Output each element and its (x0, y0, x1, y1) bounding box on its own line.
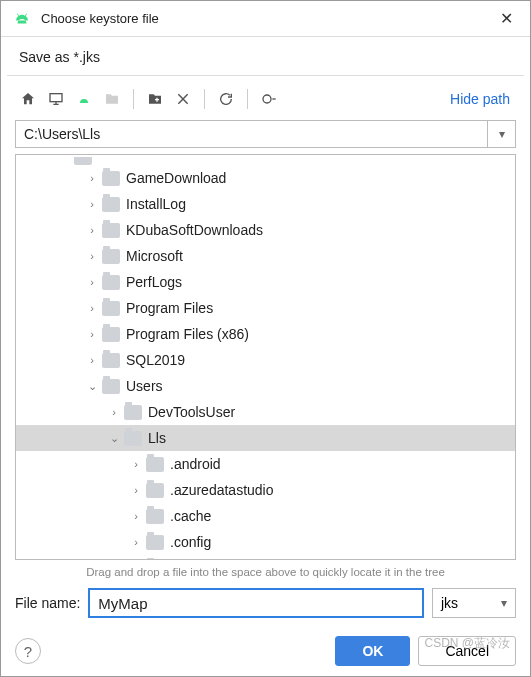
help-button[interactable]: ? (15, 638, 41, 664)
filename-input[interactable] (88, 588, 424, 618)
tree-row[interactable]: ›.gradle (16, 555, 515, 560)
chevron-right-icon[interactable]: › (84, 276, 100, 288)
new-folder-icon[interactable] (142, 86, 168, 112)
tree-item-label: Program Files (x86) (126, 326, 249, 342)
chevron-right-icon[interactable]: › (84, 328, 100, 340)
tree-row[interactable]: ⌄Lls (16, 425, 515, 451)
svg-rect-0 (50, 94, 62, 102)
folder-icon (146, 509, 164, 524)
tree-row[interactable]: ›PerfLogs (16, 269, 515, 295)
close-icon[interactable]: ✕ (490, 9, 522, 28)
folder-icon (146, 483, 164, 498)
tree-item-label: .config (170, 534, 211, 550)
chevron-down-icon[interactable]: ⌄ (84, 380, 100, 393)
path-combo[interactable]: C:\Users\Lls ▾ (15, 120, 516, 148)
tree-item-label: SQL2019 (126, 352, 185, 368)
tree-item-label: PerfLogs (126, 274, 182, 290)
extension-combo[interactable]: jks ▾ (432, 588, 516, 618)
tree-item-label: .android (170, 456, 221, 472)
tree-row[interactable]: ›InstallLog (16, 191, 515, 217)
tree-item-label: DevToolsUser (148, 404, 235, 420)
tree-row[interactable]: ›SQL2019 (16, 347, 515, 373)
title-bar: Choose keystore file ✕ (1, 1, 530, 37)
extension-value: jks (441, 595, 458, 611)
svg-point-1 (263, 95, 271, 103)
tree-row[interactable]: ›Program Files (x86) (16, 321, 515, 347)
chevron-down-icon: ▾ (501, 596, 507, 610)
home-icon[interactable] (15, 86, 41, 112)
tree-row[interactable]: ›Program Files (16, 295, 515, 321)
chevron-right-icon[interactable]: › (84, 224, 100, 236)
folder-icon (102, 275, 120, 290)
separator (247, 89, 248, 109)
tree-row[interactable]: ›DevToolsUser (16, 399, 515, 425)
refresh-icon[interactable] (213, 86, 239, 112)
tree-item-label: .azuredatastudio (170, 482, 274, 498)
module-icon[interactable] (99, 86, 125, 112)
project-icon[interactable] (71, 86, 97, 112)
tree-item-label: .cache (170, 508, 211, 524)
chevron-right-icon[interactable]: › (84, 302, 100, 314)
folder-icon (102, 353, 120, 368)
folder-icon (102, 327, 120, 342)
tree-item-label: Users (126, 378, 163, 394)
path-dropdown-icon[interactable]: ▾ (487, 121, 515, 147)
chevron-right-icon[interactable]: › (128, 510, 144, 522)
drag-drop-hint: Drag and drop a file into the space abov… (1, 560, 530, 588)
show-hidden-icon[interactable] (256, 86, 282, 112)
tree-item-label: GameDownload (126, 170, 226, 186)
folder-icon (102, 249, 120, 264)
tree-row[interactable]: ›Microsoft (16, 243, 515, 269)
folder-icon (146, 457, 164, 472)
delete-icon[interactable] (170, 86, 196, 112)
tree-item-label: InstallLog (126, 196, 186, 212)
tree-row[interactable]: ›.azuredatastudio (16, 477, 515, 503)
chevron-right-icon[interactable]: › (128, 458, 144, 470)
chevron-down-icon[interactable]: ⌄ (106, 432, 122, 445)
cancel-button[interactable]: Cancel (418, 636, 516, 666)
hide-path-link[interactable]: Hide path (450, 91, 516, 107)
tree-item-label: Lls (148, 430, 166, 446)
tree-row[interactable]: ›.config (16, 529, 515, 555)
tree-row[interactable]: ›GameDownload (16, 165, 515, 191)
tree-item-label: Microsoft (126, 248, 183, 264)
ok-button[interactable]: OK (335, 636, 410, 666)
folder-icon (102, 379, 120, 394)
folder-icon (124, 431, 142, 446)
path-value: C:\Users\Lls (16, 126, 487, 142)
chevron-right-icon[interactable]: › (84, 198, 100, 210)
separator (133, 89, 134, 109)
folder-icon (146, 535, 164, 550)
chevron-right-icon[interactable]: › (84, 354, 100, 366)
chevron-right-icon[interactable]: › (128, 484, 144, 496)
save-as-label: Save as *.jks (1, 37, 530, 75)
chevron-right-icon[interactable]: › (106, 406, 122, 418)
tree-row[interactable]: ›.cache (16, 503, 515, 529)
chevron-right-icon[interactable]: › (128, 536, 144, 548)
tree-row[interactable]: ⌄Users (16, 373, 515, 399)
folder-icon (102, 301, 120, 316)
folder-icon (124, 405, 142, 420)
tree-item-label: Program Files (126, 300, 213, 316)
desktop-icon[interactable] (43, 86, 69, 112)
file-tree[interactable]: ›GameDownload›InstallLog›KDubaSoftDownlo… (15, 154, 516, 560)
chevron-right-icon[interactable]: › (84, 250, 100, 262)
chevron-right-icon[interactable]: › (84, 172, 100, 184)
folder-icon (102, 197, 120, 212)
filename-label: File name: (15, 595, 80, 611)
folder-icon (102, 171, 120, 186)
tree-row[interactable]: ›KDubaSoftDownloads (16, 217, 515, 243)
separator (204, 89, 205, 109)
tree-row[interactable]: ›.android (16, 451, 515, 477)
divider (7, 75, 524, 76)
folder-icon (102, 223, 120, 238)
window-title: Choose keystore file (41, 11, 490, 26)
toolbar: Hide path (1, 82, 530, 116)
android-icon (13, 10, 31, 28)
tree-item-label: KDubaSoftDownloads (126, 222, 263, 238)
